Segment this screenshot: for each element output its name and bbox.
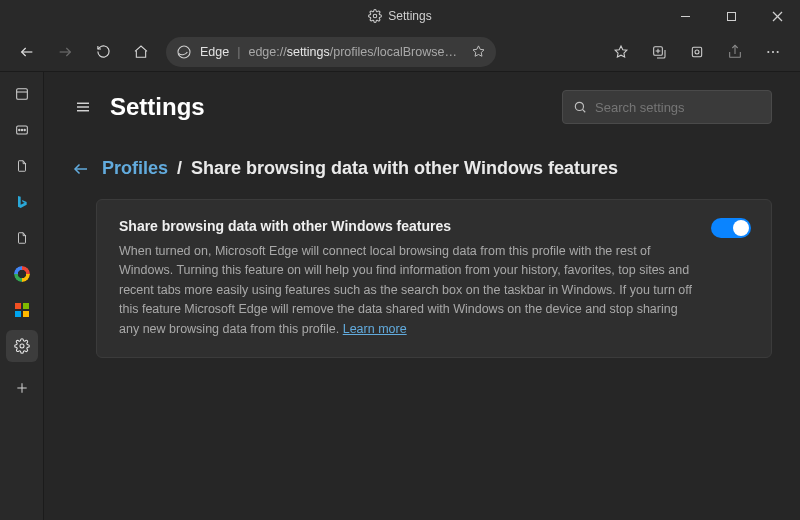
address-brand: Edge: [200, 45, 229, 59]
rail-item-history[interactable]: [6, 114, 38, 146]
settings-content: Settings Profiles / Share browsing data …: [44, 72, 800, 520]
window-title: Settings: [388, 9, 431, 23]
breadcrumb-profiles-link[interactable]: Profiles: [102, 158, 168, 178]
window-controls: [662, 0, 800, 32]
rail-item-tabs[interactable]: [6, 78, 38, 110]
settings-header: Settings: [72, 90, 772, 124]
svg-point-24: [24, 129, 25, 130]
home-button[interactable]: [124, 36, 158, 68]
svg-rect-19: [16, 89, 27, 100]
svg-rect-13: [692, 47, 701, 56]
share-data-toggle[interactable]: [711, 218, 751, 238]
gear-icon: [368, 9, 382, 23]
favorites-button[interactable]: [604, 36, 638, 68]
svg-line-32: [582, 109, 585, 112]
address-bar[interactable]: Edge | edge://settings/profiles/localBro…: [166, 37, 496, 67]
svg-marker-8: [473, 46, 484, 56]
settings-header-left: Settings: [72, 93, 205, 121]
window-title-group: Settings: [368, 9, 431, 23]
edge-logo-icon: [176, 44, 192, 60]
google-icon: [14, 266, 30, 282]
refresh-button[interactable]: [86, 36, 120, 68]
breadcrumb-current: Share browsing data with other Windows f…: [191, 158, 618, 178]
extensions-button[interactable]: [680, 36, 714, 68]
svg-point-18: [777, 50, 779, 52]
url-highlight: settings: [287, 45, 330, 59]
vertical-tab-rail: [0, 72, 44, 520]
svg-point-22: [18, 129, 19, 130]
menu-button[interactable]: [72, 96, 94, 118]
svg-point-17: [772, 50, 774, 52]
collections-button[interactable]: [642, 36, 676, 68]
toolbar-right: [604, 36, 790, 68]
close-button[interactable]: [754, 0, 800, 32]
breadcrumb-back-button[interactable]: [72, 160, 90, 178]
svg-rect-2: [727, 12, 735, 20]
svg-point-31: [575, 102, 583, 110]
svg-marker-9: [615, 46, 627, 57]
more-button[interactable]: [756, 36, 790, 68]
svg-point-7: [178, 46, 190, 58]
address-separator: |: [237, 45, 240, 59]
toggle-knob: [733, 220, 749, 236]
share-data-card: Share browsing data with other Windows f…: [96, 199, 772, 358]
microsoft-icon: [15, 303, 29, 317]
breadcrumb: Profiles / Share browsing data with othe…: [72, 158, 772, 179]
url-text: edge://settings/profiles/localBrowse…: [248, 45, 463, 59]
maximize-button[interactable]: [708, 0, 754, 32]
titlebar: Settings: [0, 0, 800, 32]
share-button[interactable]: [718, 36, 752, 68]
rail-item-google[interactable]: [6, 258, 38, 290]
rail-item-doc[interactable]: [6, 222, 38, 254]
breadcrumb-separator: /: [177, 158, 182, 178]
svg-point-25: [20, 344, 24, 348]
svg-point-23: [21, 129, 22, 130]
rail-item-bing[interactable]: [6, 186, 38, 218]
rail-item-microsoft[interactable]: [6, 294, 38, 326]
url-rest: /profiles/localBrowse…: [330, 45, 457, 59]
rail-item-add-tab[interactable]: [6, 372, 38, 404]
search-icon: [573, 100, 587, 114]
url-prefix: edge://: [248, 45, 286, 59]
favorite-star-icon[interactable]: [471, 44, 486, 59]
forward-button[interactable]: [48, 36, 82, 68]
settings-search[interactable]: [562, 90, 772, 124]
rail-item-settings[interactable]: [6, 330, 38, 362]
app-window: Settings: [0, 0, 800, 520]
svg-point-14: [695, 50, 699, 54]
settings-search-input[interactable]: [595, 100, 761, 115]
svg-point-0: [374, 14, 378, 18]
back-button[interactable]: [10, 36, 44, 68]
learn-more-link[interactable]: Learn more: [343, 322, 407, 336]
card-title: Share browsing data with other Windows f…: [119, 218, 749, 234]
page-title: Settings: [110, 93, 205, 121]
body-area: Settings Profiles / Share browsing data …: [0, 72, 800, 520]
browser-toolbar: Edge | edge://settings/profiles/localBro…: [0, 32, 800, 72]
minimize-button[interactable]: [662, 0, 708, 32]
svg-point-16: [767, 50, 769, 52]
card-description: When turned on, Microsoft Edge will conn…: [119, 242, 749, 339]
rail-item-page[interactable]: [6, 150, 38, 182]
